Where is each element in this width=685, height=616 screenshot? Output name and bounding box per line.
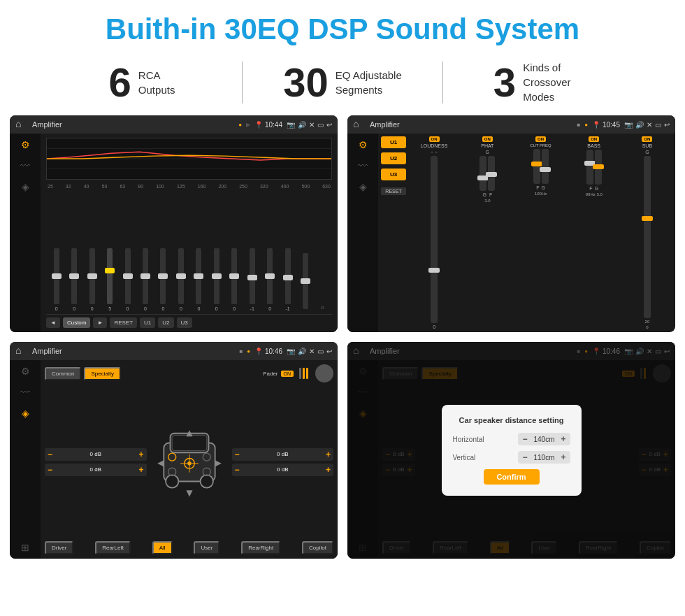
u3-btn[interactable]: U3 xyxy=(177,317,192,328)
cutfreq-slider-g[interactable] xyxy=(542,149,549,184)
bass-slider-g[interactable] xyxy=(595,150,602,185)
right-bottom-minus[interactable]: − xyxy=(235,465,240,475)
sub-slider[interactable] xyxy=(644,156,651,318)
sub-label: SUB xyxy=(642,143,652,148)
common-tab[interactable]: Common xyxy=(45,367,81,380)
specialty-tab[interactable]: Specialty xyxy=(84,367,120,380)
fader-eq-icon[interactable]: ⚙ xyxy=(21,366,30,377)
eq-slider-11[interactable]: 0 xyxy=(231,248,237,311)
fader-bottom: Driver RearLeft All User RearRight Copil… xyxy=(45,541,333,554)
eq-slider-13[interactable]: 0 xyxy=(267,248,273,311)
eq-slider-10[interactable]: 0 xyxy=(214,248,219,311)
speaker-icon[interactable]: ◈ xyxy=(22,181,29,192)
u1-mode-btn[interactable]: U1 xyxy=(381,136,406,148)
u2-btn[interactable]: U2 xyxy=(158,317,173,328)
fader-screen-title: Amplifier xyxy=(32,347,236,355)
right-bottom-db: − 0 dB + xyxy=(232,464,334,476)
copilot-btn[interactable]: Copilot xyxy=(302,541,333,554)
loudness-label: LOUDNESS xyxy=(421,143,448,148)
fader-on-badge[interactable]: ON xyxy=(281,371,294,377)
back-icon[interactable]: ↩ xyxy=(326,121,332,129)
right-bottom-value: 0 dB xyxy=(243,466,323,473)
left-top-minus[interactable]: − xyxy=(48,450,52,459)
eq-content: ⚙ 〰 ◈ xyxy=(10,134,338,332)
fader-home-icon[interactable]: ⌂ xyxy=(15,345,28,357)
wifi-icon: ✕ xyxy=(309,121,315,129)
next-preset-btn[interactable]: ► xyxy=(93,317,107,328)
fader-main-panel: Common Specialty Fader ON xyxy=(41,360,338,559)
confirm-button[interactable]: Confirm xyxy=(484,469,540,485)
custom-preset-btn[interactable]: Custom xyxy=(63,317,91,328)
bass-on[interactable]: ON xyxy=(589,136,599,142)
u1-btn[interactable]: U1 xyxy=(140,317,155,328)
cutfreq-on[interactable]: ON xyxy=(535,136,546,142)
eq-slider-6[interactable]: 0 xyxy=(143,248,148,311)
horizontal-label: Horizontal xyxy=(453,436,484,443)
left-bottom-minus[interactable]: − xyxy=(48,465,52,475)
fader-back-icon[interactable]: ↩ xyxy=(326,348,332,355)
driver-btn[interactable]: Driver xyxy=(45,541,73,554)
fader-dot1: ■ xyxy=(240,348,243,354)
eq-slider-15[interactable] xyxy=(303,253,308,311)
svg-marker-18 xyxy=(157,460,164,466)
eq-slider-3[interactable]: 0 xyxy=(89,248,95,311)
vertical-plus-btn[interactable]: + xyxy=(561,452,565,462)
fader-wave-icon[interactable]: 〰 xyxy=(20,387,30,398)
u2-mode-btn[interactable]: U2 xyxy=(381,152,406,164)
left-top-db: − 0 dB + xyxy=(45,448,147,461)
dsp-wave-icon[interactable]: 〰 xyxy=(358,160,368,171)
dsp-eq-icon[interactable]: ⚙ xyxy=(359,139,368,150)
home-icon[interactable]: ⌂ xyxy=(15,118,28,131)
eq-slider-9[interactable]: 0 xyxy=(196,248,201,311)
reset-btn[interactable]: RESET xyxy=(110,317,137,328)
horizontal-plus-btn[interactable]: + xyxy=(561,434,565,444)
right-top-plus[interactable]: + xyxy=(326,450,331,459)
loudness-slider[interactable] xyxy=(431,156,438,323)
stat-crossover: 3 Kinds ofCrossover Modes xyxy=(443,60,643,104)
eq-slider-7[interactable]: 0 xyxy=(160,248,166,311)
dsp-home-icon[interactable]: ⌂ xyxy=(353,118,366,131)
eq-slider-14[interactable]: -1 xyxy=(285,248,291,311)
rearright-btn[interactable]: RearRight xyxy=(241,541,280,554)
all-btn[interactable]: All xyxy=(152,541,173,554)
dsp-speaker-icon[interactable]: ◈ xyxy=(359,181,367,192)
user-btn[interactable]: User xyxy=(194,541,219,554)
dsp-reset-btn[interactable]: RESET xyxy=(381,187,406,195)
eq-status-icons: 📷 🔊 ✕ ▭ ↩ xyxy=(287,121,332,129)
loudness-on[interactable]: ON xyxy=(429,136,440,142)
phat-on[interactable]: ON xyxy=(482,136,493,142)
phat-slider-f[interactable] xyxy=(488,156,495,191)
dsp-back-icon[interactable]: ↩ xyxy=(664,121,670,129)
fader-speaker-icon[interactable]: ◈ xyxy=(22,408,29,419)
freq-63: 63 xyxy=(120,184,125,189)
more-icon[interactable]: » xyxy=(321,303,325,311)
horizontal-minus-btn[interactable]: − xyxy=(522,434,527,444)
left-top-plus[interactable]: + xyxy=(138,450,143,459)
right-bottom-plus[interactable]: + xyxy=(326,465,331,475)
eq-slider-5[interactable]: 0 xyxy=(125,248,131,311)
u3-mode-btn[interactable]: U3 xyxy=(381,169,406,180)
fader-user-icon[interactable] xyxy=(315,364,333,382)
cutfreq-slider-f[interactable] xyxy=(533,149,540,184)
freq-40: 40 xyxy=(84,184,89,189)
eq-slider-12[interactable]: -1 xyxy=(250,248,255,311)
rearleft-btn[interactable]: RearLeft xyxy=(95,541,131,554)
eq-slider-4[interactable]: 5 xyxy=(107,248,113,311)
eq-screen-title: Amplifier xyxy=(32,120,234,129)
right-top-minus[interactable]: − xyxy=(235,450,240,459)
fader-content: ⚙ 〰 ◈ ⊞ Common Specialty Fader ON xyxy=(10,360,338,559)
dsp-topbar: ⌂ Amplifier ■ ● 📍 10:45 📷 🔊 ✕ ▭ ↩ xyxy=(347,115,675,134)
fader-expand-icon[interactable]: ⊞ xyxy=(21,542,29,553)
eq-icon-active[interactable]: ⚙ xyxy=(21,139,30,150)
eq-slider-2[interactable]: 0 xyxy=(71,248,77,311)
eq-slider-1[interactable]: 0 xyxy=(54,248,59,311)
eq-slider-8[interactable]: 0 xyxy=(178,248,184,311)
sub-on[interactable]: ON xyxy=(642,136,652,142)
prev-preset-btn[interactable]: ◄ xyxy=(46,317,60,328)
eq-val-6: 0 xyxy=(144,306,147,311)
dsp-mode-panel: U1 U2 U3 RESET xyxy=(381,136,406,329)
wave-icon[interactable]: 〰 xyxy=(20,160,30,171)
fader-controls: − 0 dB + − 0 dB + xyxy=(45,385,333,538)
left-bottom-plus[interactable]: + xyxy=(138,465,143,475)
vertical-minus-btn[interactable]: − xyxy=(522,452,527,462)
